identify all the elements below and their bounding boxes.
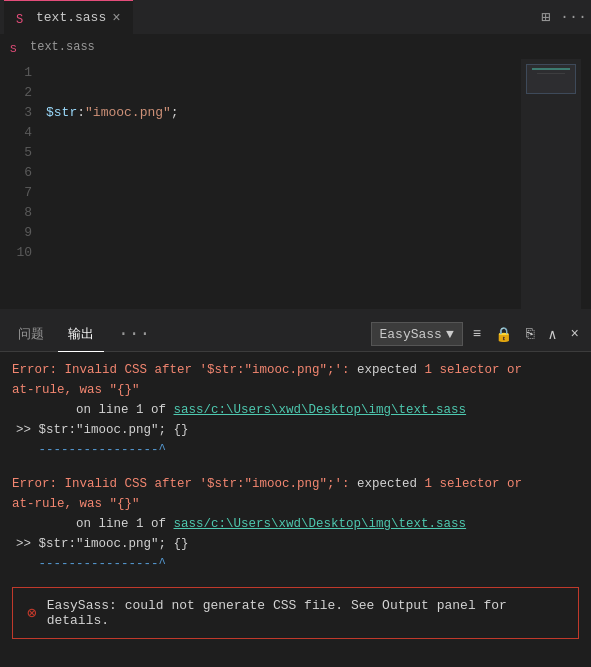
close-panel-icon[interactable]: × [567,324,583,344]
line-num-9: 9 [0,223,32,243]
code-line-2 [46,163,521,183]
split-editor-icon[interactable]: ⊞ [541,8,550,27]
line-num-8: 8 [0,203,32,223]
panel: 问题 输出 ··· EasySass ▼ ≡ 🔒 ⎘ ∧ × Error: In… [0,317,591,647]
scroll-up-icon[interactable]: ∧ [544,324,560,345]
lock-icon[interactable]: 🔒 [491,324,516,345]
panel-output[interactable]: Error: Invalid CSS after '$str:"imooc.pn… [0,352,591,583]
editor-scrollbar[interactable] [581,59,591,309]
tab-more[interactable]: ··· [108,317,160,352]
line-num-5: 5 [0,143,32,163]
file-path-bar: S text.sass [0,35,591,59]
error-line-1-1: Error: Invalid CSS after '$str:"imooc.pn… [12,360,579,380]
line-numbers: 1 2 3 4 5 6 7 8 9 10 [0,59,42,309]
minimap [521,59,581,309]
file-path-label: text.sass [30,40,95,54]
dropdown-arrow-icon: ▼ [446,327,454,342]
code-line-4 [46,283,521,303]
easysass-dropdown[interactable]: EasySass ▼ [371,322,463,346]
panel-tab-bar: 问题 输出 ··· EasySass ▼ ≡ 🔒 ⎘ ∧ × [0,317,591,352]
code-line-1: $str:"imooc.png"; [46,103,521,123]
error-line-2-2: at-rule, was "{}" [12,494,579,514]
svg-text:S: S [10,43,17,54]
line-num-4: 4 [0,123,32,143]
filter-icon[interactable]: ≡ [469,324,485,344]
error-line-1-2: at-rule, was "{}" [12,380,579,400]
file-ref-2: on line 1 of sass/c:\Users\xwd\Desktop\i… [12,514,579,534]
tab-bar-actions: ⊞ ··· [541,8,587,27]
panel-tab-right-actions: EasySass ▼ ≡ 🔒 ⎘ ∧ × [371,322,583,346]
tab-close-button[interactable]: × [112,11,120,25]
code-ref-2: >> $str:"imooc.png"; {} [12,534,579,554]
file-ref-1: on line 1 of sass/c:\Users\xwd\Desktop\i… [12,400,579,420]
caret-2: ----------------^ [12,554,579,574]
error-circle-icon: ⊗ [27,603,37,623]
tab-bar: S text.sass × ⊞ ··· [0,0,591,35]
line-num-3: 3 [0,103,32,123]
caret-1: ----------------^ [12,440,579,460]
error-block-2: Error: Invalid CSS after '$str:"imooc.pn… [12,474,579,574]
editor-area: 1 2 3 4 5 6 7 8 9 10 $str:"imooc.png"; d… [0,59,591,309]
notification-message: EasySass: could not generate CSS file. S… [47,598,564,628]
line-num-1: 1 [0,63,32,83]
code-ref-1: >> $str:"imooc.png"; {} [12,420,579,440]
code-editor[interactable]: $str:"imooc.png"; div{ background-image:… [42,59,521,309]
notification-bar: ⊗ EasySass: could not generate CSS file.… [12,587,579,639]
copy-icon[interactable]: ⎘ [522,324,538,344]
line-num-2: 2 [0,83,32,103]
file-link-1[interactable]: sass/c:\Users\xwd\Desktop\img\text.sass [174,403,467,417]
svg-text:S: S [16,13,23,25]
line-num-10: 10 [0,243,32,263]
sass-file-icon: S [10,40,24,54]
tab-text-sass[interactable]: S text.sass × [4,0,133,35]
more-actions-icon[interactable]: ··· [560,9,587,26]
file-link-2[interactable]: sass/c:\Users\xwd\Desktop\img\text.sass [174,517,467,531]
tab-problems[interactable]: 问题 [8,317,54,352]
error-line-2-1: Error: Invalid CSS after '$str:"imooc.pn… [12,474,579,494]
line-num-6: 6 [0,163,32,183]
sass-tab-icon: S [16,11,30,25]
tab-output[interactable]: 输出 [58,317,104,352]
code-line-3 [46,223,521,243]
error-block-1: Error: Invalid CSS after '$str:"imooc.pn… [12,360,579,460]
line-num-7: 7 [0,183,32,203]
tab-label: text.sass [36,10,106,25]
minimap-content [526,64,576,94]
